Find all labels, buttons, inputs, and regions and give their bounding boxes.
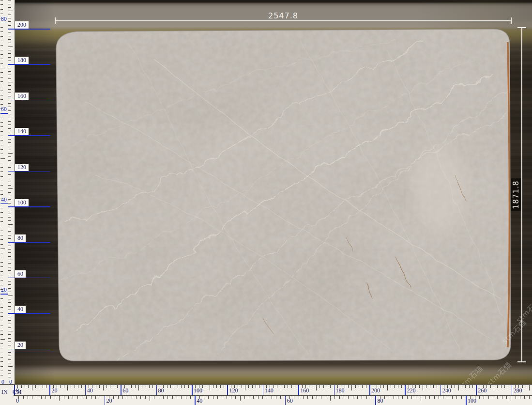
h-cm-label: 180 bbox=[336, 388, 345, 394]
h-cm-tick bbox=[28, 385, 29, 388]
h-cm-tick bbox=[152, 385, 153, 388]
h-in-tick bbox=[330, 396, 331, 401]
h-in-tick bbox=[348, 396, 349, 399]
h-cm-tick bbox=[508, 385, 508, 388]
h-in-tick bbox=[520, 396, 520, 399]
h-in-tick bbox=[294, 396, 294, 399]
h-in-tick bbox=[366, 396, 367, 399]
h-in-tick bbox=[321, 396, 321, 399]
width-dimension-cap-right bbox=[511, 17, 512, 24]
h-in-tick bbox=[493, 396, 493, 399]
height-dimension-line bbox=[521, 28, 522, 362]
h-cm-tick bbox=[263, 385, 264, 395]
h-in-tick bbox=[181, 396, 182, 399]
h-cm-tick bbox=[472, 385, 473, 388]
h-in-tick bbox=[32, 396, 32, 399]
h-in-tick bbox=[375, 396, 376, 405]
h-cm-label: 60 bbox=[122, 388, 128, 394]
h-in-tick bbox=[362, 396, 362, 399]
h-in-tick bbox=[150, 396, 150, 401]
width-dimension-line bbox=[55, 20, 511, 21]
height-dimension-value: 1871.8 bbox=[511, 179, 521, 211]
h-cm-tick bbox=[281, 385, 281, 390]
scan-viewport: stm石猫 stm石猫 stm石猫 stm石猫 2547.8 1871.8 20… bbox=[0, 0, 532, 405]
h-in-label: 80 bbox=[377, 398, 383, 404]
h-in-tick bbox=[91, 396, 91, 399]
h-in-tick bbox=[262, 396, 263, 399]
unit-label-centimeters: CM bbox=[13, 389, 22, 396]
width-dimension-cap-left bbox=[55, 17, 56, 24]
h-cm-tick bbox=[469, 385, 470, 388]
h-cm-tick bbox=[345, 385, 345, 388]
h-cm-tick bbox=[71, 385, 71, 388]
h-in-tick bbox=[222, 396, 222, 399]
h-cm-tick bbox=[366, 385, 366, 388]
h-in-tick bbox=[227, 396, 227, 399]
h-cm-tick bbox=[369, 385, 370, 395]
h-cm-tick bbox=[78, 385, 78, 388]
h-cm-label: 40 bbox=[87, 388, 93, 394]
h-cm-label: 200 bbox=[371, 388, 380, 394]
h-cm-label: 280 bbox=[514, 388, 522, 394]
h-cm-tick bbox=[526, 385, 526, 388]
h-in-tick bbox=[303, 396, 304, 399]
h-cm-tick bbox=[437, 385, 437, 388]
h-in-tick bbox=[28, 396, 28, 399]
h-in-tick bbox=[511, 396, 511, 401]
h-in-tick bbox=[64, 396, 64, 399]
h-cm-tick bbox=[405, 385, 406, 395]
h-cm-label: 80 bbox=[158, 388, 164, 394]
h-in-tick bbox=[344, 396, 344, 399]
h-in-tick bbox=[452, 396, 453, 399]
h-cm-tick bbox=[295, 385, 295, 388]
h-in-tick bbox=[353, 396, 353, 399]
h-in-tick bbox=[77, 396, 78, 399]
h-cm-tick bbox=[501, 385, 502, 388]
h-in-tick bbox=[154, 396, 154, 399]
h-cm-label: 240 bbox=[442, 388, 451, 394]
h-cm-tick bbox=[423, 385, 423, 390]
h-in-tick bbox=[68, 396, 69, 399]
h-in-tick bbox=[421, 396, 421, 401]
ruler-left-divider bbox=[8, 0, 8, 384]
h-cm-tick bbox=[284, 385, 285, 388]
h-in-tick bbox=[118, 396, 119, 399]
h-in-tick bbox=[307, 396, 308, 399]
h-cm-tick bbox=[455, 385, 455, 388]
h-in-tick bbox=[105, 396, 106, 405]
h-cm-tick bbox=[401, 385, 402, 388]
h-cm-tick bbox=[174, 385, 174, 390]
h-cm-tick bbox=[494, 385, 494, 390]
h-cm-tick bbox=[465, 385, 466, 388]
h-cm-tick bbox=[415, 385, 416, 388]
h-in-tick bbox=[140, 396, 141, 399]
h-cm-tick bbox=[81, 385, 82, 388]
h-cm-tick bbox=[202, 385, 203, 388]
h-in-tick bbox=[253, 396, 254, 399]
h-cm-label: 100 bbox=[194, 388, 202, 394]
h-cm-tick bbox=[288, 385, 288, 388]
h-cm-tick bbox=[451, 385, 452, 388]
h-cm-tick bbox=[419, 385, 420, 388]
h-cm-tick bbox=[334, 385, 335, 395]
h-in-tick bbox=[466, 396, 467, 405]
h-in-tick bbox=[502, 396, 502, 399]
h-cm-tick bbox=[149, 385, 150, 388]
h-cm-tick bbox=[220, 385, 221, 388]
h-in-label: 40 bbox=[197, 398, 202, 404]
h-in-tick bbox=[190, 396, 191, 399]
h-in-tick bbox=[55, 396, 55, 399]
h-cm-tick bbox=[252, 385, 253, 388]
h-cm-tick bbox=[184, 385, 185, 388]
h-in-label: 60 bbox=[287, 398, 293, 404]
stone-slab-image bbox=[55, 28, 512, 362]
h-cm-tick bbox=[327, 385, 327, 388]
h-cm-tick bbox=[224, 385, 224, 388]
h-cm-tick bbox=[210, 385, 210, 390]
h-cm-tick bbox=[391, 385, 391, 388]
h-in-tick bbox=[339, 396, 340, 399]
ruler-corner: 0 0 IN CM bbox=[0, 377, 27, 405]
h-in-tick bbox=[113, 396, 114, 399]
h-cm-tick bbox=[387, 385, 388, 390]
h-cm-tick bbox=[330, 385, 331, 388]
